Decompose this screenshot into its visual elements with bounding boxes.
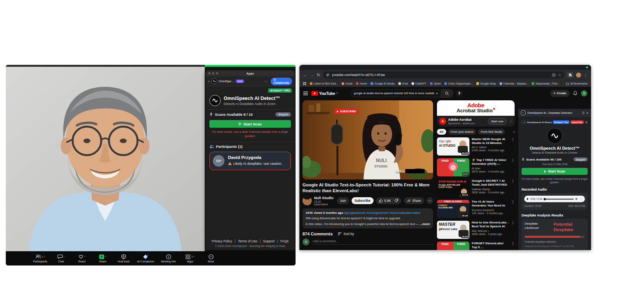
bookmark-item[interactable]: Grok [398,82,408,85]
audio-menu-kebab-icon[interactable]: ⋮ [580,198,583,201]
chat-button[interactable]: ^ Chat [51,254,71,263]
extensions-puzzle-icon[interactable] [567,72,573,78]
share-button[interactable]: Share [404,197,424,204]
browser-back-icon[interactable]: ← [303,73,307,77]
bookmark-item[interactable]: Google AI Studio [370,82,395,85]
video-description-box[interactable]: 197K views 6 months ago #googleaistudio … [302,208,433,228]
suggestion-item[interactable]: PAID FREE 9:47 ⚡ Top 7 FREE AI Voice Gen… [437,158,515,176]
create-button[interactable]: + Create [550,90,569,97]
sort-by-button[interactable]: Sort by [338,232,354,236]
search-button[interactable] [441,89,453,98]
join-button[interactable]: Join [337,197,349,204]
suggestion-item[interactable]: Google AI STUDIO 23:55 Master NEW Google… [437,137,515,156]
ad-banner[interactable]: Adobe Acrobat Studio [437,100,515,116]
suggestion-item[interactable]: FREE! AI VOICE FORGET ELEVENLABS 20:26 T… [437,200,515,218]
suggestion-kebab-icon[interactable]: ⋮ [511,158,515,176]
ai-companion-button[interactable]: AI Companion [134,254,157,263]
bookmark-item[interactable]: 31Calendar - Satyara... [500,82,528,85]
all-bookmarks-button[interactable]: All Bookmarks [566,82,588,85]
more-button[interactable]: More [201,254,221,263]
settings-gear-icon[interactable] [585,121,588,124]
ad-start-now-button[interactable]: Start now [488,118,506,125]
support-link[interactable]: Support [260,239,277,243]
hashtags[interactable]: #googleaistudio #voicegenerator #elevenl… [344,211,420,215]
video-more-actions-button[interactable]: ⋯ [427,197,433,204]
privacy-policy-link[interactable]: Privacy Policy [209,239,235,243]
search-input[interactable] [354,91,434,95]
chip-from-your-search[interactable]: From your search [448,129,476,135]
participants-button[interactable]: 1^ Participants [30,254,51,263]
react-button[interactable]: ^ React [71,254,92,263]
bookmark-item[interactable]: Qwen [430,82,441,85]
like-icon[interactable] [379,199,383,203]
chevron-up-icon[interactable]: ^ [63,255,65,258]
terms-link[interactable]: Terms of Use [235,239,260,243]
clear-search-icon[interactable]: × [436,91,438,95]
faqs-link[interactable]: FAQs [277,239,291,243]
meeting-info-button[interactable]: Meeting Info [157,254,180,263]
audio-seek-slider[interactable] [544,199,574,200]
chevron-up-icon[interactable]: ^ [105,255,106,258]
channel-name[interactable]: Nuli Studio [314,196,335,200]
bookmark-item[interactable]: Listen to Rich Dad... [310,82,338,85]
channel-avatar[interactable] [302,196,312,205]
cancel-plan-button[interactable]: Cancel Plan [571,120,584,124]
chevron-up-icon[interactable]: ^ [84,255,85,258]
suggestion-item[interactable]: PAID FREE FORGET ElevenLabs! Top 5 ... ⋮ [437,242,515,250]
audio-player[interactable]: 0:00 / 0:04 ⋮ [524,196,585,202]
browser-forward-icon[interactable]: → [310,73,314,77]
browser-reload-icon[interactable]: ↻ [317,73,320,77]
site-settings-icon[interactable] [326,73,330,76]
suggestion-kebab-icon[interactable]: ⋮ [511,200,515,218]
chip-all[interactable]: All [437,129,446,135]
browser-profile-avatar[interactable] [576,73,581,78]
search-box[interactable]: × [351,90,441,97]
close-panel-icon[interactable]: × [586,111,588,115]
youtube-logo[interactable]: YouTube IN [311,91,338,96]
end-meeting-button[interactable]: End [293,254,296,263]
chevron-up-icon[interactable]: ^ [44,255,45,258]
apps-button[interactable]: 3^ Apps [180,254,201,263]
pin-icon[interactable] [582,112,585,115]
suggestion-item[interactable]: MASTER ||Eleven Labs 16:23 How to Use El… [437,221,515,239]
address-bar[interactable]: youtube.com/watch?v=a57G-r-0Faw ☆ [323,71,564,78]
chip-from-channel[interactable]: From Nuli Studio [478,129,505,135]
bookmark-item[interactable]: MGmail [342,82,352,85]
browser-menu-kebab-icon[interactable]: ⋮ [584,73,588,77]
notifications-bell-icon[interactable] [573,91,578,96]
suggestion-kebab-icon[interactable]: ⋮ [511,179,515,197]
bookmark-item[interactable]: Chat | Satyaranjan... [444,82,473,85]
collaborate-button[interactable]: Collaborate [271,78,292,85]
ad-kebab-icon[interactable]: ⋮ [509,120,512,123]
apps-grid-icon[interactable] [303,82,306,85]
dislike-icon[interactable] [394,199,398,203]
audio-play-icon[interactable] [527,198,529,200]
hamburger-menu-icon[interactable] [303,91,308,95]
save-tab-group-icon[interactable] [552,73,556,77]
suggestion-kebab-icon[interactable]: ⋮ [511,242,515,250]
host-tools-button[interactable]: Host tools [113,254,134,263]
chips-scroll-chevron-icon[interactable]: › [513,130,515,134]
subscribe-button[interactable]: Subscribe [352,197,374,204]
youtube-profile-avatar[interactable]: S [581,90,587,96]
add-comment-input[interactable]: Add a comment... [313,239,433,245]
participant-card[interactable]: DP David Przygoda Likely AI deepfake: us… [209,152,291,170]
bookmark-item[interactable]: Google Keep [476,82,496,85]
ad-card[interactable]: Adobe Acrobat Studio A Adobe Acrobat Spo… [437,100,515,127]
bookmark-item[interactable]: ChatGPT [411,82,427,85]
bookmark-item[interactable]: Satyaranjan_Time... [532,82,559,85]
suggestion-kebab-icon[interactable]: ⋮ [511,221,515,239]
more-options-icon[interactable]: ⋯ [264,79,268,83]
show-more-button[interactable]: ...more [420,222,430,226]
suggestion-item[interactable]: STOP PAYING FOR AI Google JUST KILLED EV… [437,179,515,197]
video-player[interactable]: NULI STUDIO SUBSCRIBE Let's [302,100,433,179]
share-button[interactable]: ^ Share [92,254,113,263]
bookmark-star-icon[interactable]: ☆ [558,73,561,77]
subscribe-overlay-button[interactable]: SUBSCRIBE [334,109,359,114]
suggestion-kebab-icon[interactable]: ⋮ [511,137,515,156]
back-chevron-icon[interactable]: ‹ [208,79,210,83]
start-scan-button[interactable]: Start Scan [209,120,291,128]
voice-search-button[interactable] [455,90,463,97]
start-scan-button[interactable]: Start Scan [522,168,588,175]
bookmark-item[interactable]: Home [356,82,367,85]
